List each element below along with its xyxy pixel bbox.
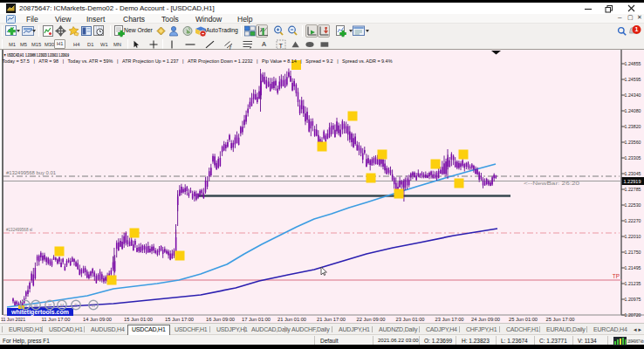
svg-text:11 Jun 2021: 11 Jun 2021 [1, 317, 26, 322]
svg-text:23 Jun 01:00: 23 Jun 01:00 [396, 317, 426, 322]
svg-text:1.23305: 1.23305 [625, 155, 642, 161]
svg-text:1.20975: 1.20975 [625, 297, 642, 302]
svg-text:11 Jun 17:00: 11 Jun 17:00 [42, 317, 72, 322]
svg-text:21 Jun 17:00: 21 Jun 17:00 [317, 317, 346, 322]
svg-text:1.22530: 1.22530 [625, 202, 642, 208]
svg-text:25 Jun 17:00: 25 Jun 17:00 [546, 317, 576, 322]
svg-text:1.23045: 1.23045 [625, 171, 642, 176]
svg-text:15 Jun 01:00: 15 Jun 01:00 [124, 317, 154, 322]
svg-text:whitetigertools.com: whitetigertools.com [10, 309, 69, 316]
svg-text:25 Jun 01:00: 25 Jun 01:00 [509, 317, 538, 322]
svg-text:M: M [24, 303, 27, 308]
svg-text:14 Jun 09:00: 14 Jun 09:00 [83, 317, 113, 322]
svg-text:<--NewBar: 26:20: <--NewBar: 26:20 [524, 181, 580, 186]
svg-text:▼ USDCAD,H1 1.22966 1.23023 1: ▼ USDCAD,H1 1.22966 1.23023 1.22911 1.22… [3, 52, 69, 58]
svg-text:1.23820: 1.23820 [625, 124, 642, 129]
svg-text:1.24340: 1.24340 [625, 92, 642, 98]
svg-text:D: D [74, 303, 78, 308]
svg-text:16 Jun 09:00: 16 Jun 09:00 [206, 317, 236, 322]
svg-text:W: W [34, 303, 38, 308]
svg-text:1.24595: 1.24595 [625, 77, 642, 82]
svg-text:15 Jun 17:00: 15 Jun 17:00 [165, 317, 195, 322]
svg-text:TP: TP [613, 273, 620, 279]
svg-text:#132499568 buy 0.01: #132499568 buy 0.01 [6, 170, 57, 175]
svg-text:1.24855: 1.24855 [625, 61, 642, 66]
svg-text:#132499568 sl: #132499568 sl [6, 227, 32, 232]
svg-text:M: M [60, 303, 64, 308]
svg-text:1.21235: 1.21235 [625, 281, 642, 286]
svg-text:1.23560: 1.23560 [625, 140, 642, 145]
svg-text:1.22270: 1.22270 [625, 218, 642, 223]
svg-text:1.24080: 1.24080 [625, 108, 642, 113]
svg-text:1.20720: 1.20720 [625, 312, 642, 318]
svg-text:1.22785: 1.22785 [625, 187, 642, 192]
svg-text:H: H [48, 303, 51, 308]
svg-text:1.21750: 1.21750 [625, 250, 642, 255]
svg-text:22 Jun 09:00: 22 Jun 09:00 [357, 317, 387, 322]
svg-text:24 Jun 09:00: 24 Jun 09:00 [471, 317, 501, 322]
svg-text:Today = 57.5 | ATR = 98: Today = 57.5 | ATR = 98 | Today vs. ATR … [3, 58, 393, 64]
svg-text:1.22010: 1.22010 [625, 234, 642, 239]
svg-text:W: W [92, 303, 96, 308]
svg-text:1.21495: 1.21495 [625, 265, 642, 270]
svg-text:17 Jun 01:00: 17 Jun 01:00 [242, 317, 271, 322]
svg-text:16949/67 kb: 16949/67 kb [627, 339, 644, 344]
svg-text:23 Jun 17:00: 23 Jun 17:00 [435, 317, 465, 322]
svg-text:21 Jun 01:00: 21 Jun 01:00 [277, 317, 307, 322]
svg-text:1.22919: 1.22919 [624, 178, 641, 184]
